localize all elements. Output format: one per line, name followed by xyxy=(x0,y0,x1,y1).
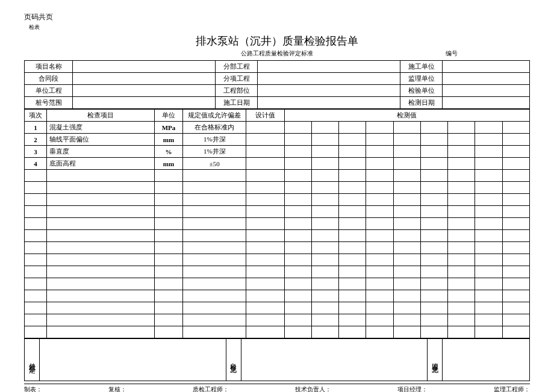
tolerance-cell xyxy=(183,182,246,194)
detect-cell xyxy=(420,242,447,254)
item-cell xyxy=(46,206,154,218)
value-cell xyxy=(241,339,428,381)
detect-cell xyxy=(284,158,311,170)
design-cell xyxy=(246,146,284,158)
detect-cell xyxy=(475,326,502,338)
tolerance-cell xyxy=(183,290,246,302)
detect-cell xyxy=(475,194,502,206)
detect-cell xyxy=(448,170,475,182)
sig-tech: 技术负责人： xyxy=(295,385,331,392)
detect-cell xyxy=(311,302,338,314)
unit-cell xyxy=(154,302,182,314)
seq-cell xyxy=(25,230,47,242)
seq-cell xyxy=(25,194,47,206)
detect-cell xyxy=(475,242,502,254)
detect-cell xyxy=(339,302,366,314)
detect-cell xyxy=(311,230,338,242)
table-row xyxy=(25,302,530,314)
label-appearance: 外观鉴定 xyxy=(25,339,40,381)
detect-cell xyxy=(339,314,366,326)
table-row xyxy=(25,170,530,182)
detect-cell xyxy=(475,170,502,182)
col-design: 设计值 xyxy=(246,110,284,122)
item-cell xyxy=(46,242,154,254)
tolerance-cell xyxy=(183,170,246,182)
table-row xyxy=(25,182,530,194)
detect-cell xyxy=(420,266,447,278)
item-cell xyxy=(46,254,154,266)
design-cell xyxy=(246,278,284,290)
detect-cell xyxy=(339,326,366,338)
detect-cell xyxy=(420,194,447,206)
detect-cell xyxy=(339,290,366,302)
detect-cell xyxy=(502,314,529,326)
detect-cell xyxy=(502,278,529,290)
detect-cell xyxy=(311,242,338,254)
detect-cell xyxy=(284,326,311,338)
table-row: 桩号范围 施工日期 检测日期 xyxy=(25,97,530,109)
detect-cell xyxy=(502,266,529,278)
label-detect-date: 检测日期 xyxy=(400,97,443,109)
value-cell xyxy=(73,61,216,73)
table-row: 1混凝土强度MPa在合格标准内 xyxy=(25,122,530,134)
label-supervise-unit: 监理单位 xyxy=(400,73,443,85)
sig-maker: 制表： xyxy=(24,385,42,392)
value-cell xyxy=(258,85,400,97)
signature-row: 制表： 复核： 质检工程师： 技术负责人： 项目经理： 监理工程师： xyxy=(24,384,530,392)
detect-cell xyxy=(448,242,475,254)
detect-cell xyxy=(475,302,502,314)
detect-cell xyxy=(393,254,420,266)
item-cell xyxy=(46,278,154,290)
table-row xyxy=(25,218,530,230)
detect-cell xyxy=(284,314,311,326)
detect-cell xyxy=(502,146,529,158)
detect-cell xyxy=(366,170,393,182)
unit-cell xyxy=(154,194,182,206)
detect-cell xyxy=(420,278,447,290)
check-table: 项次 检查项目 单位 规定值或允许偏差 设计值 检测值 1混凝土强度MPa在合格… xyxy=(24,109,530,338)
design-cell xyxy=(246,158,284,170)
detect-cell xyxy=(502,182,529,194)
detect-cell xyxy=(366,326,393,338)
value-cell xyxy=(73,97,216,109)
label-inspect-unit: 检验单位 xyxy=(400,85,443,97)
detect-cell xyxy=(339,194,366,206)
value-cell xyxy=(443,73,530,85)
design-cell xyxy=(246,290,284,302)
table-row xyxy=(25,290,530,302)
detect-cell xyxy=(284,206,311,218)
detect-cell xyxy=(502,230,529,242)
unit-cell xyxy=(154,206,182,218)
detect-cell xyxy=(311,182,338,194)
detect-cell xyxy=(420,170,447,182)
detect-cell xyxy=(284,290,311,302)
detect-cell xyxy=(420,206,447,218)
sig-qc: 质检工程师： xyxy=(193,385,229,392)
seq-cell xyxy=(25,206,47,218)
detect-cell xyxy=(339,278,366,290)
seq-cell xyxy=(25,326,47,338)
detect-cell xyxy=(502,194,529,206)
detect-cell xyxy=(448,134,475,146)
detect-cell xyxy=(448,158,475,170)
detect-cell xyxy=(475,146,502,158)
table-row: 项目名称 分部工程 施工单位 xyxy=(25,61,530,73)
item-cell xyxy=(46,326,154,338)
serial-label: 编号 xyxy=(446,49,458,58)
design-cell xyxy=(246,182,284,194)
detect-cell xyxy=(339,182,366,194)
detect-cell xyxy=(475,278,502,290)
detect-cell xyxy=(284,134,311,146)
item-cell: 混凝土强度 xyxy=(46,122,154,134)
seq-cell xyxy=(25,218,47,230)
detect-cell xyxy=(311,122,338,134)
seq-cell xyxy=(25,182,47,194)
detect-cell xyxy=(339,122,366,134)
table-row xyxy=(25,314,530,326)
tolerance-cell xyxy=(183,254,246,266)
detect-cell xyxy=(393,230,420,242)
detect-cell xyxy=(311,254,338,266)
detect-cell xyxy=(311,158,338,170)
col-item: 检查项目 xyxy=(46,110,154,122)
detect-cell xyxy=(284,182,311,194)
